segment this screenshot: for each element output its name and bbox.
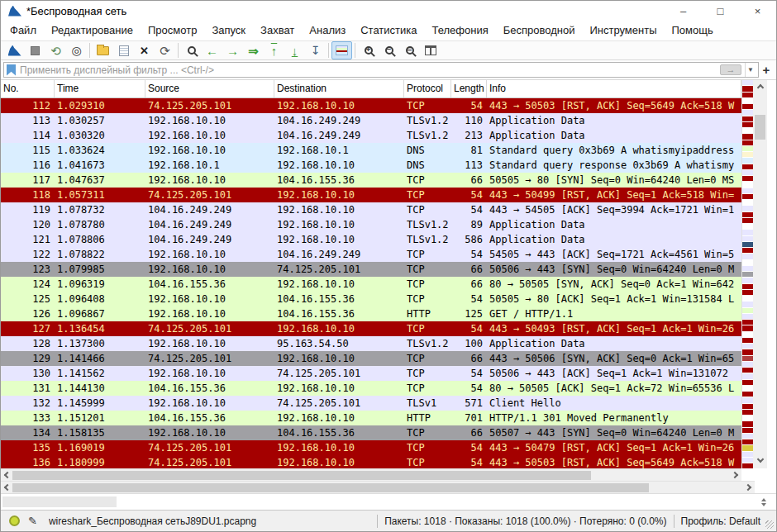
packet-row-131[interactable]: 1311.144130104.16.155.36192.168.10.10TCP… bbox=[1, 381, 741, 396]
menu-item-8[interactable]: Телефония bbox=[424, 21, 495, 40]
resize-grip[interactable] bbox=[765, 520, 774, 529]
statusbar-separator bbox=[674, 515, 675, 528]
packet-row-129[interactable]: 1291.14146674.125.205.101192.168.10.10TC… bbox=[1, 351, 741, 366]
bookmark-icon[interactable] bbox=[7, 64, 16, 76]
menu-item-7[interactable]: Статистика bbox=[353, 21, 424, 40]
packet-row-120[interactable]: 1201.078780104.16.249.249192.168.10.10TL… bbox=[1, 217, 741, 232]
spin-up-icon[interactable] bbox=[761, 498, 766, 501]
packet-row-126[interactable]: 1261.096867192.168.10.10104.16.155.36HTT… bbox=[1, 306, 741, 321]
go-first-button[interactable]: ↑ bbox=[264, 41, 284, 59]
reload-file-button[interactable]: ⟳ bbox=[155, 41, 175, 59]
packet-row-123[interactable]: 1231.079985192.168.10.1074.125.205.101TC… bbox=[1, 262, 741, 277]
maximize-button[interactable]: □ bbox=[702, 1, 739, 21]
display-filter-input[interactable]: Применить дисплейный фильтр ... <Ctrl-/>… bbox=[3, 62, 759, 78]
go-last-button[interactable]: ↓ bbox=[284, 41, 305, 59]
pane-spinner[interactable] bbox=[761, 498, 766, 506]
scroll-left-icon[interactable] bbox=[4, 472, 11, 478]
horizontal-scrollbar-thumb-1[interactable] bbox=[12, 471, 591, 480]
scroll-down-icon[interactable] bbox=[756, 456, 763, 463]
packet-row-132[interactable]: 1321.145999192.168.10.1074.125.205.101TL… bbox=[1, 396, 741, 411]
packet-row-128[interactable]: 1281.137300192.168.10.1095.163.54.50TLSv… bbox=[1, 336, 741, 351]
packet-row-130[interactable]: 1301.141562192.168.10.1074.125.205.101TC… bbox=[1, 366, 741, 381]
profile-label[interactable]: Профиль: Default bbox=[681, 515, 761, 527]
menu-item-11[interactable]: Помощь bbox=[665, 21, 721, 40]
filter-dropdown-caret-icon[interactable]: ▼ bbox=[745, 63, 758, 77]
menu-item-2[interactable]: Редактирование bbox=[44, 21, 141, 40]
packet-row-134[interactable]: 1341.158135192.168.10.10104.16.155.36TCP… bbox=[1, 425, 741, 440]
column-header-destination[interactable]: Destination bbox=[274, 80, 404, 97]
list-right-margin bbox=[767, 80, 776, 468]
column-header-length[interactable]: Length bbox=[451, 80, 487, 97]
close-file-button[interactable]: ✕ bbox=[134, 41, 155, 59]
go-to-packet-button[interactable]: ⇒ bbox=[243, 41, 264, 59]
packet-row-125[interactable]: 1251.096408192.168.10.10104.16.155.36TCP… bbox=[1, 292, 741, 306]
go-back-button[interactable]: ← bbox=[202, 41, 222, 59]
minimap-stripe bbox=[742, 397, 753, 402]
start-capture-button[interactable] bbox=[4, 41, 25, 59]
packet-row-133[interactable]: 1331.151201104.16.155.36192.168.10.10HTT… bbox=[1, 411, 741, 425]
intelligent-scrollbar-minimap[interactable] bbox=[741, 80, 753, 468]
horizontal-scrollbar-1[interactable] bbox=[1, 468, 741, 481]
menu-item-10[interactable]: Инструменты bbox=[582, 21, 664, 40]
packet-row-121[interactable]: 1211.078806104.16.249.249192.168.10.10TL… bbox=[1, 232, 741, 247]
packet-row-113[interactable]: 1131.030257192.168.10.10104.16.249.249TL… bbox=[1, 113, 741, 128]
menu-item-4[interactable]: Запуск bbox=[204, 21, 253, 40]
column-header-protocol[interactable]: Protocol bbox=[404, 80, 451, 97]
menu-item-5[interactable]: Захват bbox=[253, 21, 302, 40]
capture-comment-icon[interactable]: ✎ bbox=[28, 515, 37, 527]
packet-row-136[interactable]: 1361.18099974.125.205.101192.168.10.10TC… bbox=[1, 455, 741, 468]
restart-capture-button[interactable]: ⟲ bbox=[45, 41, 66, 59]
packet-row-117[interactable]: 1171.047637192.168.10.10104.16.155.36TCP… bbox=[1, 173, 741, 188]
vertical-scrollbar-thumb[interactable] bbox=[755, 115, 765, 140]
horizontal-scrollbar-thumb-2[interactable] bbox=[12, 483, 649, 492]
vertical-scrollbar[interactable] bbox=[753, 80, 767, 468]
horizontal-scrollbar-2[interactable] bbox=[1, 481, 755, 493]
packet-row-112[interactable]: 1121.02931074.125.205.101192.168.10.10TC… bbox=[1, 98, 741, 113]
scroll-right-icon[interactable] bbox=[745, 484, 751, 491]
packet-row-122[interactable]: 1221.078822192.168.10.10104.16.249.249TC… bbox=[1, 247, 741, 262]
packet-row-118[interactable]: 1181.05731174.125.205.101192.168.10.10TC… bbox=[1, 188, 741, 202]
packet-cell-destination: 192.168.10.10 bbox=[274, 202, 404, 217]
resize-columns-button[interactable] bbox=[420, 41, 441, 59]
column-header-info[interactable]: Info bbox=[487, 80, 741, 97]
minimize-button[interactable]: – bbox=[665, 1, 702, 21]
auto-scroll-button[interactable]: ↧ bbox=[305, 41, 326, 59]
find-packet-button[interactable] bbox=[181, 41, 202, 59]
expert-info-icon[interactable] bbox=[9, 515, 20, 526]
scroll-left-icon[interactable] bbox=[4, 484, 11, 491]
minimap-stripe bbox=[742, 362, 753, 367]
colorize-button[interactable] bbox=[331, 41, 352, 59]
packet-row-114[interactable]: 1141.030320192.168.10.10104.16.249.249TL… bbox=[1, 128, 741, 143]
packet-row-127[interactable]: 1271.13645474.125.205.101192.168.10.10TC… bbox=[1, 321, 741, 336]
packet-cell-info: GET / HTTP/1.1 bbox=[487, 306, 741, 321]
add-filter-button[interactable]: + bbox=[759, 63, 774, 77]
packet-row-124[interactable]: 1241.096319104.16.155.36192.168.10.10TCP… bbox=[1, 277, 741, 292]
spin-down-icon[interactable] bbox=[761, 503, 766, 506]
capture-options-button[interactable]: ◎ bbox=[66, 41, 87, 59]
packet-cell-protocol: TCP bbox=[404, 425, 451, 440]
stop-capture-button[interactable] bbox=[25, 41, 45, 59]
packet-row-115[interactable]: 1151.033624192.168.10.10192.168.10.1DNS8… bbox=[1, 143, 741, 158]
packet-cell-no: 124 bbox=[1, 277, 55, 292]
menu-item-9[interactable]: Беспроводной bbox=[496, 21, 583, 40]
menu-item-1[interactable]: Файл bbox=[2, 21, 44, 40]
column-header-no[interactable]: No. bbox=[1, 80, 55, 97]
scroll-up-icon[interactable] bbox=[756, 84, 763, 91]
save-file-button[interactable] bbox=[113, 41, 134, 59]
close-button[interactable]: × bbox=[739, 1, 776, 21]
packet-row-135[interactable]: 1351.16901974.125.205.101192.168.10.10TC… bbox=[1, 440, 741, 455]
packet-row-119[interactable]: 1191.078732104.16.249.249192.168.10.10TC… bbox=[1, 202, 741, 217]
packet-row-116[interactable]: 1161.041673192.168.10.1192.168.10.10DNS1… bbox=[1, 158, 741, 173]
status-bar: ✎ wireshark_Беспроводная сетьJ89DU1.pcap… bbox=[1, 510, 776, 531]
column-header-source[interactable]: Source bbox=[145, 80, 274, 97]
apply-filter-button[interactable]: → bbox=[720, 64, 741, 75]
zoom-out-button[interactable]: − bbox=[379, 41, 399, 59]
zoom-in-button[interactable]: + bbox=[358, 41, 379, 59]
scroll-right-icon[interactable] bbox=[732, 472, 738, 478]
column-header-time[interactable]: Time bbox=[55, 80, 145, 97]
open-file-button[interactable] bbox=[93, 41, 113, 59]
zoom-original-button[interactable]: = bbox=[399, 41, 420, 59]
menu-item-6[interactable]: Анализ bbox=[302, 21, 353, 40]
go-forward-button[interactable]: → bbox=[222, 41, 243, 59]
menu-item-3[interactable]: Просмотр bbox=[141, 21, 204, 40]
